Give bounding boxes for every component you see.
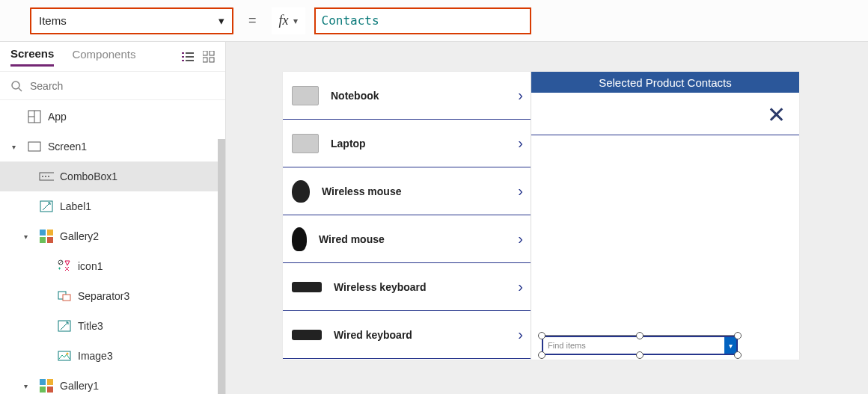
screen-icon <box>27 141 42 152</box>
svg-point-10 <box>12 81 19 89</box>
image-icon <box>57 351 72 361</box>
tree-separator3[interactable]: Separator3 <box>0 281 225 311</box>
tree-screen1[interactable]: ▾ Screen1 <box>0 132 225 161</box>
formula-input[interactable]: Contacts <box>314 7 531 34</box>
gallery-item[interactable]: Wireless mouse › <box>283 167 531 215</box>
svg-rect-34 <box>40 379 46 385</box>
svg-line-11 <box>19 88 22 91</box>
product-gallery[interactable]: Notebook › Laptop › Wireless mouse › Wir… <box>283 72 531 360</box>
tree-label: Label1 <box>60 200 91 212</box>
gallery-icon <box>39 379 54 393</box>
tree-label: Image3 <box>78 350 113 362</box>
chevron-right-icon[interactable]: › <box>518 182 523 200</box>
svg-rect-1 <box>186 52 194 54</box>
resize-handle[interactable] <box>538 351 545 359</box>
gallery-item[interactable]: Laptop › <box>283 120 531 167</box>
search-icon <box>10 80 22 92</box>
svg-rect-3 <box>186 56 194 58</box>
app-preview: Notebook › Laptop › Wireless mouse › Wir… <box>283 72 799 360</box>
svg-point-19 <box>48 176 49 177</box>
search-input[interactable] <box>30 80 215 92</box>
tree-gallery2[interactable]: ▾ Gallery2 <box>0 221 225 251</box>
grid-view-icon[interactable] <box>203 51 215 63</box>
chevron-right-icon[interactable]: › <box>518 230 523 247</box>
gallery-item[interactable]: Wired mouse › <box>283 215 531 263</box>
tab-components[interactable]: Components <box>72 48 135 65</box>
product-title: Notebook <box>331 90 522 102</box>
scrollbar[interactable] <box>218 139 225 394</box>
tree-label: App <box>48 111 67 123</box>
svg-rect-35 <box>47 379 53 385</box>
svg-point-18 <box>45 176 46 177</box>
svg-rect-6 <box>203 51 207 55</box>
resize-handle[interactable] <box>636 332 644 339</box>
tree-image3[interactable]: Image3 <box>0 341 225 371</box>
property-dropdown[interactable]: Items ▾ <box>30 7 233 34</box>
formula-text: Contacts <box>322 13 379 28</box>
chevron-right-icon[interactable]: › <box>518 326 523 343</box>
svg-line-27 <box>59 261 62 264</box>
resize-handle[interactable] <box>734 332 742 339</box>
tree-icon1[interactable]: icon1 <box>0 251 225 281</box>
svg-rect-7 <box>210 51 214 55</box>
tree-label1[interactable]: Label1 <box>0 191 225 221</box>
tree-label: Separator3 <box>78 290 129 302</box>
fx-icon: fx <box>279 13 289 28</box>
product-title: Wireless keyboard <box>334 281 522 293</box>
svg-rect-37 <box>47 387 53 393</box>
tree-panel: Screens Components <box>0 42 226 394</box>
product-thumb <box>292 282 322 292</box>
product-thumb <box>292 330 322 340</box>
gallery-item[interactable]: Wireless keyboard › <box>283 263 531 311</box>
tab-screens[interactable]: Screens <box>10 47 54 67</box>
detail-pane: Selected Product Contacts ✕ Find items ▾ <box>531 72 799 360</box>
tree-gallery1[interactable]: ▾ Gallery1 <box>0 371 225 394</box>
chevron-right-icon[interactable]: › <box>518 278 523 295</box>
main-area: Screens Components <box>0 42 868 394</box>
svg-rect-23 <box>47 230 53 236</box>
icons-icon <box>57 259 72 273</box>
svg-rect-36 <box>40 387 46 393</box>
combobox-placeholder: Find items <box>548 341 724 350</box>
svg-rect-29 <box>63 295 70 301</box>
detail-header: Selected Product Contacts <box>531 72 799 93</box>
product-thumb <box>292 134 319 153</box>
svg-rect-25 <box>47 237 53 243</box>
svg-rect-32 <box>58 351 70 360</box>
svg-point-17 <box>42 176 43 177</box>
chevron-down-icon[interactable]: ▾ <box>724 337 736 354</box>
caret-icon: ▾ <box>24 233 33 241</box>
svg-rect-9 <box>210 58 214 62</box>
search-row <box>0 72 225 100</box>
close-icon[interactable]: ✕ <box>767 102 786 128</box>
label-icon <box>57 320 72 332</box>
tree-label: ComboBox1 <box>60 170 117 182</box>
list-view-icon[interactable] <box>182 51 194 63</box>
svg-line-21 <box>43 203 50 210</box>
tree-title3[interactable]: Title3 <box>0 311 225 341</box>
tree-combobox1[interactable]: ComboBox1 <box>0 161 225 191</box>
svg-rect-5 <box>186 60 194 61</box>
app-icon <box>27 110 42 123</box>
resize-handle[interactable] <box>538 332 545 339</box>
product-thumb <box>292 227 307 251</box>
product-title: Wireless mouse <box>322 185 522 197</box>
separator <box>531 135 799 135</box>
resize-handle[interactable] <box>734 351 742 359</box>
gallery-item[interactable]: Wired keyboard › <box>283 311 531 359</box>
design-canvas[interactable]: Notebook › Laptop › Wireless mouse › Wir… <box>226 42 868 394</box>
resize-handle[interactable] <box>636 351 644 359</box>
tree-label: Title3 <box>78 320 103 332</box>
fx-button[interactable]: fx ▾ <box>272 7 305 34</box>
chevron-right-icon[interactable]: › <box>518 135 523 152</box>
caret-icon: ▾ <box>12 143 21 151</box>
svg-rect-16 <box>40 173 54 180</box>
gallery-item[interactable]: Notebook › <box>283 72 531 120</box>
svg-rect-15 <box>28 142 40 151</box>
chevron-down-icon: ▾ <box>218 14 224 28</box>
tree-view: App ▾ Screen1 ComboBox1 <box>0 100 225 394</box>
product-thumb <box>292 180 310 203</box>
tree-app[interactable]: App <box>0 102 225 132</box>
chevron-right-icon[interactable]: › <box>518 87 523 104</box>
svg-rect-8 <box>203 58 207 62</box>
